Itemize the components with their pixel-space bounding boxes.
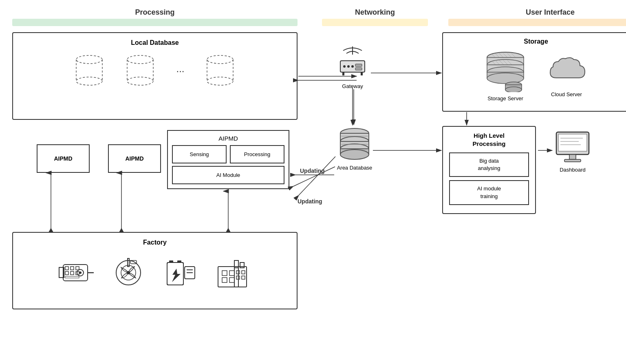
aipmd-complex-title: AIPMD	[172, 135, 284, 142]
gateway-block: Gateway	[334, 44, 371, 89]
pump-icon	[108, 250, 149, 291]
aipmd-inner: Sensing Processing AI Module	[172, 145, 284, 184]
networking-banner-bar	[322, 19, 428, 26]
svg-rect-36	[218, 267, 238, 287]
machine-icon	[214, 250, 255, 291]
storage-box: Storage	[442, 32, 626, 112]
dashboard-block: Dashboard	[554, 130, 591, 173]
svg-point-88	[505, 87, 522, 92]
cylinder-1	[74, 55, 105, 91]
ai-module: AI Module	[172, 166, 284, 184]
area-database-block: Area Database	[336, 126, 373, 171]
aipmd-label-1: AIPMD	[54, 155, 72, 162]
factory-icons	[21, 250, 289, 291]
svg-point-51	[347, 65, 350, 68]
svg-rect-90	[558, 134, 587, 151]
cloud-server-icon	[544, 51, 589, 88]
svg-point-0	[76, 55, 102, 64]
ui-banner: User Interface	[448, 8, 626, 26]
svg-rect-94	[569, 154, 576, 159]
aipmd-inner-row-1: Sensing Processing	[172, 145, 284, 163]
local-database-title: Local Database	[21, 39, 289, 46]
svg-rect-47	[242, 276, 245, 279]
sensing-module: Sensing	[172, 145, 227, 163]
svg-point-85	[487, 73, 524, 84]
cloud-server-label: Cloud Server	[551, 91, 582, 97]
networking-banner-label: Networking	[355, 8, 395, 17]
hlp-title: High Level Processing	[449, 132, 529, 148]
processing-banner-bar	[12, 19, 298, 26]
db-cylinders: ···	[21, 55, 289, 91]
dashboard-icon	[554, 130, 591, 165]
svg-point-3	[76, 77, 102, 85]
ai-module-label: AI Module	[216, 172, 240, 178]
svg-line-109	[299, 157, 335, 195]
hlp-box: High Level Processing Big data analysing…	[442, 126, 536, 214]
svg-point-23	[79, 271, 82, 274]
factory-title: Factory	[21, 239, 289, 246]
svg-point-50	[343, 65, 346, 68]
svg-point-26	[127, 271, 130, 274]
svg-rect-95	[564, 159, 581, 162]
processing-module: Processing	[230, 145, 284, 163]
ui-banner-label: User Interface	[526, 8, 575, 17]
motor-icon	[55, 250, 96, 291]
networking-banner: Networking	[322, 8, 428, 26]
aipmd-label-2: AIPMD	[125, 155, 143, 162]
battery-icon	[161, 250, 202, 291]
svg-rect-42	[240, 263, 244, 268]
storage-server-item: Storage Server	[483, 51, 528, 101]
ai-training-module: AI module training	[449, 180, 529, 205]
ui-banner-bar	[448, 19, 626, 26]
svg-point-4	[127, 55, 153, 64]
aipmd-box-2: AIPMD	[108, 144, 161, 173]
hlp-title-text: High Level Processing	[473, 132, 506, 147]
storage-server-label: Storage Server	[487, 95, 523, 101]
svg-point-11	[207, 77, 233, 85]
banner-row: Processing Networking User Interface	[12, 8, 614, 26]
processing-banner-label: Processing	[135, 8, 174, 17]
svg-rect-19	[71, 271, 74, 275]
svg-rect-56	[361, 72, 363, 75]
local-database-box: Local Database	[12, 32, 298, 120]
processing-banner: Processing	[12, 8, 298, 26]
svg-text:Updating: Updating	[300, 168, 325, 174]
ai-training-label: AI module training	[477, 185, 501, 199]
svg-line-110	[293, 167, 335, 186]
svg-rect-31	[169, 260, 173, 263]
cloud-server-item: Cloud Server	[544, 51, 589, 97]
storage-server-icon	[483, 51, 528, 92]
svg-rect-18	[65, 271, 68, 275]
big-data-module: Big data analysing	[449, 152, 529, 177]
svg-rect-38	[229, 271, 234, 276]
svg-point-63	[340, 150, 369, 159]
svg-rect-53	[355, 64, 362, 66]
gateway-icon	[334, 44, 371, 81]
svg-rect-16	[71, 267, 74, 270]
svg-rect-46	[242, 271, 245, 274]
cylinder-3	[205, 55, 236, 91]
svg-point-7	[127, 77, 153, 85]
svg-rect-21	[65, 276, 79, 278]
cylinder-2	[125, 55, 156, 91]
svg-rect-40	[229, 278, 234, 282]
storage-title: Storage	[449, 38, 623, 45]
big-data-label: Big data analysing	[478, 158, 500, 171]
gateway-label: Gateway	[342, 83, 363, 89]
svg-point-8	[207, 55, 233, 64]
svg-rect-32	[177, 260, 181, 263]
aipmd-complex-box: AIPMD Sensing Processing AI Module	[167, 130, 289, 189]
aipmd-box-1: AIPMD	[37, 144, 90, 173]
area-database-label: Area Database	[337, 165, 373, 171]
processing-label: Processing	[244, 151, 270, 157]
factory-box: Factory	[12, 232, 298, 309]
svg-rect-37	[222, 271, 227, 276]
sensing-label: Sensing	[190, 151, 209, 157]
svg-rect-55	[342, 72, 344, 75]
storage-items: Storage Server Cloud Server	[449, 51, 623, 101]
svg-rect-54	[355, 68, 362, 70]
db-ellipsis: ···	[176, 65, 184, 77]
diagram-container: Processing Networking User Interface Loc…	[0, 0, 626, 364]
svg-rect-39	[222, 278, 227, 282]
svg-rect-17	[76, 267, 79, 270]
